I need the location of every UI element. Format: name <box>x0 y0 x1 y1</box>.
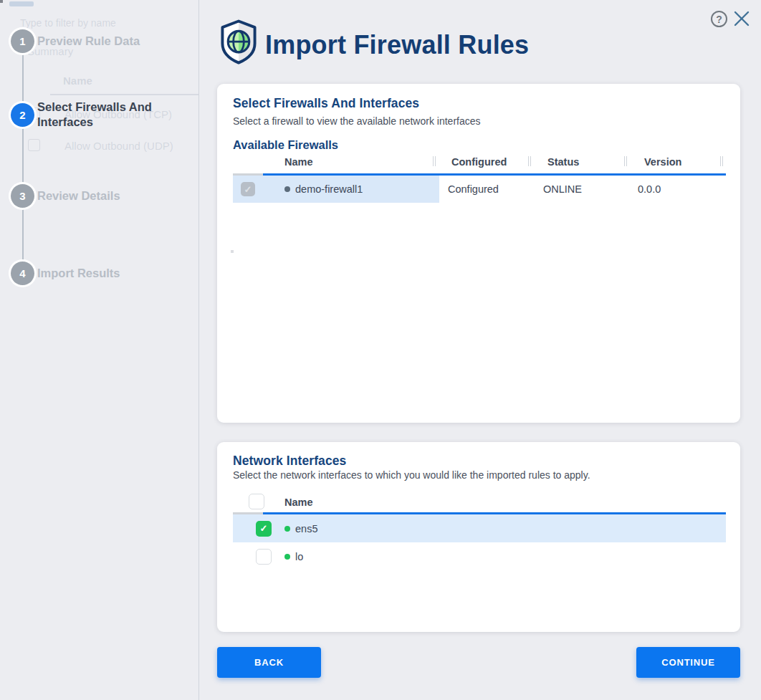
interface-status-dot-icon <box>284 526 290 532</box>
column-resize-handle[interactable] <box>624 156 625 166</box>
interface-status-dot-icon <box>284 554 290 560</box>
checkbox-cell: ✓ <box>233 176 263 203</box>
stepper-panel-divider <box>198 0 199 700</box>
step-label-select-firewalls[interactable]: Select Firewalls And Interfaces <box>37 100 166 130</box>
name-cell: ens5 <box>279 514 317 542</box>
stray-period-artifact <box>231 250 234 253</box>
firewall-status-dot-icon <box>284 186 290 192</box>
network-interfaces-card: Network Interfaces Select the network in… <box>217 442 740 632</box>
column-header-name: Name <box>284 497 313 508</box>
firewall-shield-globe-icon <box>216 19 261 69</box>
step-label-import-results[interactable]: Import Results <box>37 266 166 281</box>
interfaces-card-title: Network Interfaces <box>233 454 346 469</box>
back-button[interactable]: BACK <box>217 647 321 678</box>
background-table-rule <box>50 94 198 95</box>
version-cell: 0.0.0 <box>629 176 726 203</box>
interface-name: ens5 <box>295 523 317 534</box>
close-icon[interactable] <box>733 10 750 27</box>
step-label-review-details[interactable]: Review Details <box>37 188 166 203</box>
background-topbar <box>9 1 34 6</box>
firewall-row-checkbox[interactable]: ✓ <box>241 182 255 196</box>
step-circle-select-firewalls[interactable]: 2 <box>11 103 34 127</box>
available-firewalls-heading: Available Firewalls <box>233 138 338 152</box>
stepper-connector-line <box>22 41 24 273</box>
interface-checkbox-ens5[interactable]: ✓ <box>256 521 272 537</box>
column-header-name: Name <box>284 156 313 168</box>
step-circle-import-results[interactable]: 4 <box>11 262 34 285</box>
background-checkbox <box>28 139 40 151</box>
background-filter-input: Type to filter by name <box>20 17 116 29</box>
name-cell: lo <box>279 542 303 570</box>
column-resize-handle[interactable] <box>720 156 721 166</box>
column-header-configured: Configured <box>451 156 507 168</box>
background-rule-row: Allow Outbound (UDP) <box>64 140 173 152</box>
help-icon[interactable]: ? <box>711 11 727 27</box>
modal-title: Import Firewall Rules <box>265 30 529 60</box>
table-row-interface-lo[interactable]: lo <box>233 542 726 570</box>
column-header-version: Version <box>644 156 681 168</box>
firewalls-card-subtitle: Select a firewall to view the available … <box>233 115 481 127</box>
column-resize-handle[interactable] <box>528 156 529 166</box>
step-circle-review-details[interactable]: 3 <box>11 184 34 208</box>
interface-name: lo <box>295 551 303 562</box>
configured-cell: Configured <box>439 176 535 203</box>
continue-button[interactable]: CONTINUE <box>636 647 740 678</box>
step-circle-preview-rule-data[interactable]: 1 <box>11 29 34 53</box>
background-corner-pixel <box>0 0 3 3</box>
check-icon: ✓ <box>260 523 268 534</box>
table-row-interface-ens5[interactable]: ✓ ens5 <box>233 514 726 542</box>
step-label-preview-rule-data[interactable]: Preview Rule Data <box>37 34 166 49</box>
table-row-firewall[interactable]: ✓ demo-firewall1 Configured ONLINE 0.0.0 <box>233 176 726 203</box>
select-all-interfaces-checkbox[interactable] <box>249 494 264 509</box>
background-name-column: Name <box>63 75 92 87</box>
import-firewall-rules-modal: Type to filter by name Summary Name Allo… <box>0 0 761 700</box>
check-icon: ✓ <box>244 184 252 195</box>
column-resize-handle[interactable] <box>433 156 434 166</box>
interfaces-card-subtitle: Select the network interfaces to which y… <box>233 469 590 481</box>
firewall-name: demo-firewall1 <box>295 183 363 195</box>
column-header-status: Status <box>547 156 579 168</box>
select-firewalls-card: Select Firewalls And Interfaces Select a… <box>217 84 740 423</box>
checkbox-cell: ✓ <box>249 514 279 542</box>
status-cell: ONLINE <box>535 176 629 203</box>
interface-checkbox-lo[interactable] <box>256 549 272 565</box>
checkbox-cell <box>249 542 279 570</box>
firewalls-card-title: Select Firewalls And Interfaces <box>233 96 419 111</box>
name-cell: demo-firewall1 <box>263 176 439 203</box>
